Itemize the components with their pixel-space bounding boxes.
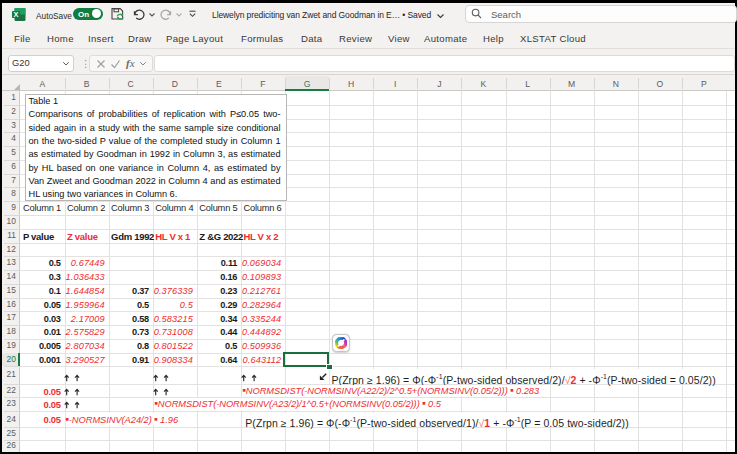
svg-text:X: X (14, 10, 19, 19)
